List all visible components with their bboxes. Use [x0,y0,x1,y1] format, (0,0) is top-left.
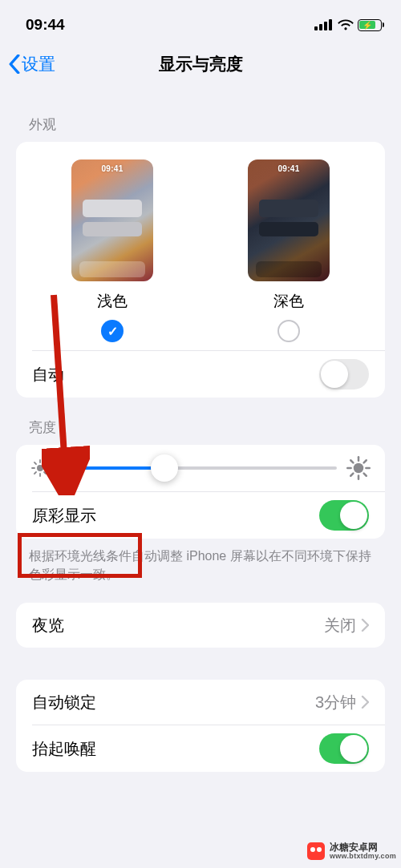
true-tone-toggle[interactable] [319,500,369,531]
watermark-url: www.btxtdmy.com [330,853,396,860]
svg-point-0 [37,465,43,471]
appearance-option-light[interactable]: 09:41 浅色 ✓ [71,159,153,342]
night-shift-label: 夜览 [32,615,64,636]
raise-to-wake-label: 抬起唤醒 [32,738,96,760]
svg-line-7 [34,472,36,474]
auto-appearance-label: 自动 [32,364,64,386]
night-shift-row[interactable]: 夜览 关闭 [16,603,385,648]
raise-to-wake-row: 抬起唤醒 [16,725,385,772]
sun-large-icon [346,456,371,480]
svg-line-16 [350,474,353,476]
dark-preview-icon: 09:41 [248,159,330,281]
watermark-name: 冰糖安卓网 [330,842,396,853]
appearance-group: 09:41 浅色 ✓ 09:41 深色 自动 [16,142,385,398]
nav-bar: 设置 显示与亮度 [0,43,401,88]
auto-lock-row[interactable]: 自动锁定 3分钟 [16,680,385,725]
svg-line-8 [44,462,46,464]
slider-thumb[interactable] [151,454,178,482]
auto-lock-value: 3分钟 [315,692,356,713]
dark-radio[interactable] [277,320,300,342]
page-title: 显示与亮度 [0,53,401,75]
dark-label: 深色 [273,291,304,312]
auto-appearance-toggle[interactable] [319,359,369,390]
status-time: 09:44 [26,16,65,34]
wifi-icon [338,19,354,31]
brightness-slider-row [16,445,385,491]
svg-line-15 [364,474,367,476]
lock-group: 自动锁定 3分钟 抬起唤醒 [16,680,385,772]
auto-lock-label: 自动锁定 [32,692,96,713]
section-header-brightness: 亮度 [0,398,401,445]
brightness-slider[interactable] [59,466,337,470]
cellular-signal-icon [314,20,332,30]
light-radio[interactable]: ✓ [101,320,124,342]
svg-line-5 [34,462,36,464]
night-shift-group: 夜览 关闭 [16,603,385,648]
night-shift-value: 关闭 [324,615,356,636]
svg-line-14 [350,460,353,462]
light-preview-icon: 09:41 [71,159,153,281]
light-label: 浅色 [97,291,128,312]
watermark: 冰糖安卓网 www.btxtdmy.com [307,842,396,860]
section-header-appearance: 外观 [0,88,401,142]
true-tone-row: 原彩显示 [16,492,385,539]
svg-line-6 [44,472,46,474]
chevron-right-icon [361,696,369,709]
battery-icon: ⚡ [358,19,382,31]
true-tone-description: 根据环境光线条件自动调整 iPhone 屏幕以在不同环境下保持色彩显示一致。 [0,539,401,583]
svg-line-17 [364,460,367,462]
status-icons: ⚡ [314,19,382,31]
status-bar: 09:44 ⚡ [0,0,401,43]
appearance-option-dark[interactable]: 09:41 深色 [248,159,330,342]
chevron-right-icon [361,619,369,632]
auto-appearance-row: 自动 [16,351,385,398]
brightness-group: 原彩显示 [16,445,385,539]
checkmark-icon: ✓ [107,324,118,339]
sun-small-icon [30,458,50,478]
raise-to-wake-toggle[interactable] [319,733,369,764]
watermark-logo-icon [307,842,325,860]
svg-point-9 [354,463,364,474]
true-tone-label: 原彩显示 [32,505,96,527]
